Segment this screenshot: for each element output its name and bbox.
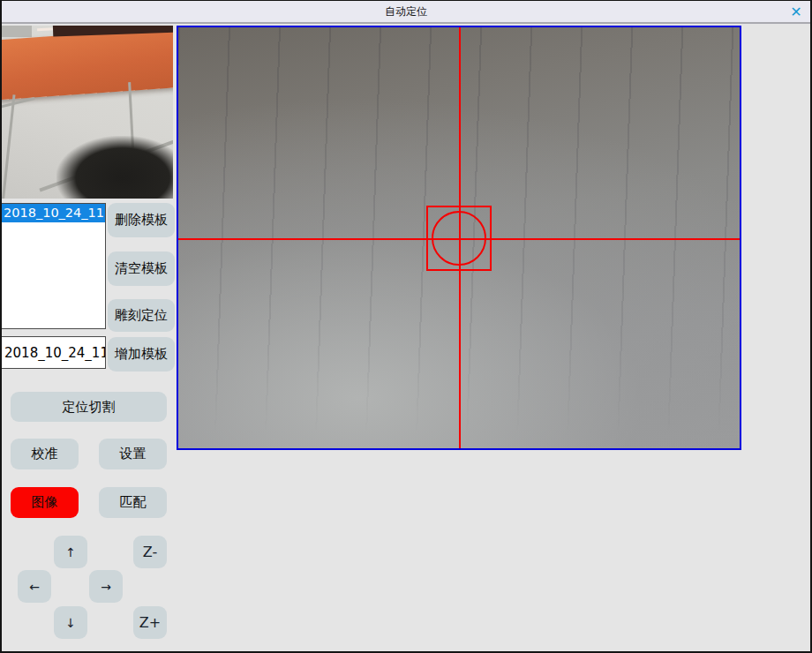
calibrate-button[interactable]: 校准	[11, 439, 79, 469]
jog-z-plus-button[interactable]: Z+	[133, 606, 167, 639]
clear-templates-button[interactable]: 清空模板	[108, 251, 175, 286]
arrow-down-icon: ↓	[65, 616, 76, 630]
template-name-input[interactable]	[1, 336, 106, 369]
camera-view[interactable]	[177, 26, 741, 450]
jog-up-button[interactable]: ↑	[54, 536, 87, 568]
template-thumbnail	[2, 26, 173, 199]
roi-circle	[432, 211, 486, 266]
position-cut-button[interactable]: 定位切割	[11, 392, 167, 422]
thumb-tile-corner	[2, 26, 32, 37]
thumb-dark-object	[56, 136, 173, 199]
jog-down-button[interactable]: ↓	[54, 606, 87, 639]
engrave-position-button[interactable]: 雕刻定位	[108, 299, 175, 332]
close-icon: ✕	[790, 4, 801, 20]
arrow-right-icon: →	[101, 580, 111, 594]
template-list[interactable]: 2018_10_24_11	[1, 203, 106, 329]
match-button[interactable]: 匹配	[99, 487, 167, 518]
image-button-active[interactable]: 图像	[11, 487, 79, 518]
jog-z-minus-button[interactable]: Z-	[133, 536, 167, 568]
jog-left-button[interactable]: ←	[18, 570, 51, 603]
arrow-up-icon: ↑	[65, 545, 76, 559]
thumb-grout-line	[2, 94, 16, 199]
settings-button[interactable]: 设置	[99, 439, 167, 469]
template-list-item-selected[interactable]: 2018_10_24_11	[2, 204, 105, 222]
add-template-button[interactable]: 增加模板	[108, 337, 175, 372]
arrow-left-icon: ←	[29, 580, 40, 594]
page-title: 自动定位	[0, 0, 812, 24]
titlebar: 自动定位 ✕	[0, 0, 812, 24]
jog-right-button[interactable]: →	[89, 570, 123, 603]
auto-position-dialog: 自动定位 ✕ 2018_10_24_11 删除模板 清空模板 雕刻定位 增加模板…	[0, 0, 812, 653]
delete-template-button[interactable]: 删除模板	[108, 203, 175, 237]
thumb-orange-plank	[2, 26, 173, 101]
close-button[interactable]: ✕	[786, 2, 807, 22]
